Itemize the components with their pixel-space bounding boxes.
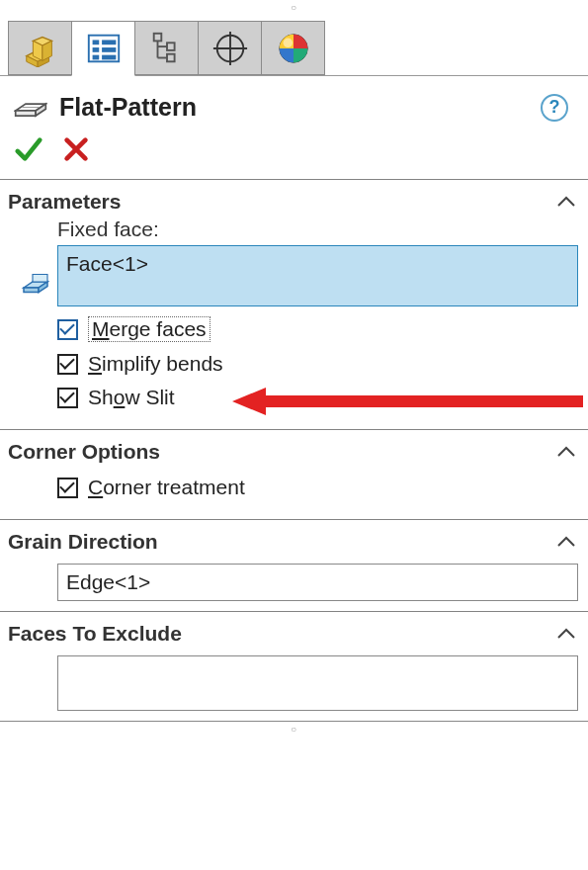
chevron-up-icon bbox=[556, 191, 576, 214]
chevron-up-icon bbox=[556, 441, 576, 464]
section-title: Faces To Exclude bbox=[8, 622, 182, 646]
show-slit-checkbox[interactable]: Show Slit bbox=[57, 386, 578, 409]
svg-marker-33 bbox=[33, 275, 47, 283]
section-grain-direction: Grain Direction Edge<1> bbox=[0, 519, 588, 611]
chevron-up-icon bbox=[556, 623, 576, 646]
svg-rect-8 bbox=[102, 40, 116, 44]
svg-rect-18 bbox=[167, 53, 175, 61]
corner-treatment-checkbox[interactable]: Corner treatment bbox=[57, 476, 578, 499]
show-slit-label: Show Slit bbox=[88, 386, 175, 409]
section-faces-to-exclude: Faces To Exclude bbox=[0, 611, 588, 721]
feature-header: Flat-Pattern ? bbox=[0, 76, 588, 134]
svg-rect-9 bbox=[92, 47, 99, 52]
section-title: Grain Direction bbox=[8, 530, 158, 554]
corner-treatment-input[interactable] bbox=[57, 478, 78, 498]
section-header-corner-options[interactable]: Corner Options bbox=[8, 438, 580, 468]
ok-button[interactable] bbox=[14, 134, 43, 169]
tab-strip bbox=[0, 15, 588, 76]
panel-grip-bottom[interactable]: ○ bbox=[0, 722, 588, 737]
help-button[interactable]: ? bbox=[541, 94, 568, 122]
tab-feature-tree[interactable] bbox=[8, 21, 72, 75]
svg-rect-16 bbox=[167, 43, 175, 50]
section-header-grain-direction[interactable]: Grain Direction bbox=[8, 528, 580, 558]
svg-rect-13 bbox=[153, 33, 161, 41]
chevron-up-icon bbox=[556, 531, 576, 554]
simplify-bends-input[interactable] bbox=[57, 354, 78, 375]
svg-rect-12 bbox=[102, 55, 116, 60]
show-slit-input[interactable] bbox=[57, 388, 78, 408]
merge-faces-label: Merge faces bbox=[88, 316, 210, 342]
tab-configuration-manager[interactable] bbox=[134, 21, 199, 75]
grain-direction-input[interactable]: Edge<1> bbox=[57, 564, 578, 601]
section-title: Corner Options bbox=[8, 440, 160, 464]
tab-display-manager[interactable] bbox=[261, 21, 325, 75]
faces-to-exclude-input[interactable] bbox=[57, 655, 578, 711]
svg-rect-11 bbox=[92, 55, 99, 60]
tab-dimxpert[interactable] bbox=[198, 21, 262, 75]
simplify-bends-label: Simplify bends bbox=[88, 352, 223, 376]
svg-marker-25 bbox=[16, 111, 36, 116]
panel-grip-top[interactable]: ○ bbox=[0, 0, 588, 15]
fixed-face-input[interactable]: Face<1> bbox=[57, 245, 578, 306]
tab-property-manager[interactable] bbox=[71, 21, 135, 76]
feature-title: Flat-Pattern bbox=[59, 93, 529, 122]
simplify-bends-checkbox[interactable]: Simplify bends bbox=[57, 352, 578, 376]
face-selection-icon bbox=[21, 268, 50, 301]
flat-pattern-icon bbox=[14, 90, 47, 125]
svg-marker-31 bbox=[24, 288, 39, 293]
section-parameters: Parameters Fixed face: Face<1> Merge fac… bbox=[0, 179, 588, 429]
corner-treatment-label: Corner treatment bbox=[88, 476, 245, 499]
section-title: Parameters bbox=[8, 190, 121, 214]
svg-rect-10 bbox=[102, 47, 116, 52]
fixed-face-label: Fixed face: bbox=[57, 218, 578, 241]
section-header-faces-to-exclude[interactable]: Faces To Exclude bbox=[8, 620, 580, 650]
merge-faces-checkbox[interactable]: Merge faces bbox=[57, 316, 578, 342]
merge-faces-input[interactable] bbox=[57, 319, 78, 340]
fixed-face-value: Face<1> bbox=[66, 252, 148, 275]
section-corner-options: Corner Options Corner treatment bbox=[0, 429, 588, 519]
cancel-button[interactable] bbox=[61, 134, 91, 169]
section-header-parameters[interactable]: Parameters bbox=[8, 188, 580, 218]
svg-point-23 bbox=[283, 38, 293, 47]
grain-direction-value: Edge<1> bbox=[66, 570, 150, 593]
svg-rect-7 bbox=[92, 40, 99, 44]
